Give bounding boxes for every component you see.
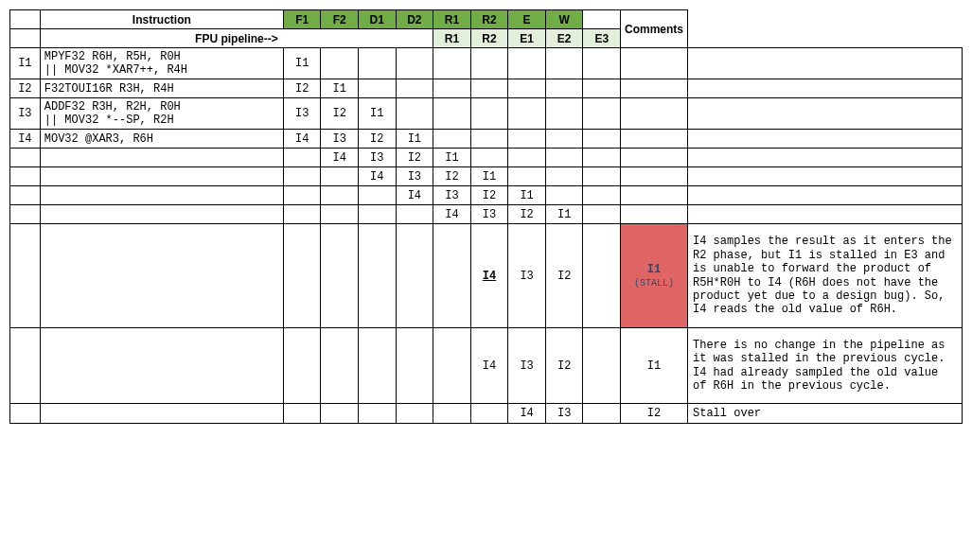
instruction-cell: MPYF32 R6H, R5H, R0H|| MOV32 *XAR7++, R4… [40, 48, 283, 79]
stage-cell [545, 167, 583, 186]
stage-cell: I4 [283, 130, 321, 149]
stage-cell [583, 205, 621, 224]
comment-cell [688, 205, 963, 224]
comment-cell [688, 149, 963, 167]
comment-cell: There is no change in the pipeline as it… [688, 328, 963, 404]
stage-cell: I3 [396, 167, 433, 186]
stage-cell [396, 404, 433, 424]
stage-cell [508, 149, 546, 167]
stage-cell: I3 [508, 224, 546, 328]
pipeline-table: InstructionF1F2D1D2R1R2EWCommentsFPU pip… [9, 9, 963, 424]
stage-cell [283, 186, 321, 205]
stage-cell: I2 [545, 328, 583, 404]
stage-cell: I3 [433, 186, 471, 205]
stage-cell: I1 [321, 79, 359, 98]
stage-cell [470, 79, 508, 98]
stage-cell [396, 224, 433, 328]
stage-cell [321, 224, 359, 328]
stage-cell [621, 149, 688, 167]
blank [583, 10, 621, 29]
header-stage-e: E [508, 10, 546, 29]
header-stage-w: W [545, 10, 583, 29]
stage-cell [396, 328, 433, 404]
stage-cell [621, 167, 688, 186]
stage-cell [321, 328, 359, 404]
stage-cell: I1 [396, 130, 433, 149]
stage-cell [545, 98, 583, 130]
stage-cell [321, 167, 359, 186]
stage-cell [433, 404, 471, 424]
stage-cell: I4 [433, 205, 471, 224]
stage-cell [359, 224, 397, 328]
stage-cell [283, 404, 321, 424]
header-stage-f2: F2 [321, 10, 359, 29]
header-stage-r1: R1 [433, 10, 471, 29]
instruction-cell: MOV32 @XAR3, R6H [40, 130, 283, 149]
stage-cell [396, 98, 433, 130]
stage-cell: I2 [359, 130, 397, 149]
row-id [10, 167, 41, 186]
instruction-cell [40, 224, 283, 328]
stage-cell [433, 79, 471, 98]
stage-cell [545, 130, 583, 149]
stage-cell [283, 224, 321, 328]
stage-cell: I1 [283, 48, 321, 79]
stage-cell: I2 [283, 79, 321, 98]
stage-cell: I2 [545, 224, 583, 328]
stage-cell [321, 205, 359, 224]
instruction-cell: ADDF32 R3H, R2H, R0H|| MOV32 *--SP, R2H [40, 98, 283, 130]
comment-cell [688, 167, 963, 186]
stage-cell: I1 [621, 328, 688, 404]
stage-cell: I3 [545, 404, 583, 424]
comment-cell [688, 48, 963, 79]
stage-cell: I1 [470, 167, 508, 186]
row-id [10, 224, 41, 328]
row-id: I3 [10, 98, 41, 130]
comment-cell [688, 130, 963, 149]
header-instruction: Instruction [40, 10, 283, 29]
stage-cell: I1 [359, 98, 397, 130]
header-stage-d1: D1 [359, 10, 397, 29]
comment-cell [688, 98, 963, 130]
stage-cell [621, 98, 688, 130]
stall-cell: I1(STALL) [621, 224, 688, 328]
instruction-cell [40, 149, 283, 167]
row-id [10, 205, 41, 224]
stage-cell [359, 205, 397, 224]
stage-cell [508, 79, 546, 98]
stage-cell [545, 79, 583, 98]
stage-cell: I4 [359, 167, 397, 186]
header-comments: Comments [621, 10, 688, 48]
stage-cell [321, 186, 359, 205]
stage-cell [359, 79, 397, 98]
instruction-cell [40, 328, 283, 404]
blank [10, 29, 41, 48]
stage-cell [359, 186, 397, 205]
stage-cell: I4 [321, 149, 359, 167]
instruction-cell: F32TOUI16R R3H, R4H [40, 79, 283, 98]
header-stage-d2: D2 [396, 10, 433, 29]
row-id: I4 [10, 130, 41, 149]
stage-cell: I4 [470, 224, 508, 328]
blank [10, 10, 41, 29]
stage-cell [470, 98, 508, 130]
stage-cell [621, 186, 688, 205]
stage-cell [583, 186, 621, 205]
stage-cell: I1 [545, 205, 583, 224]
row-id [10, 328, 41, 404]
stage-cell [396, 79, 433, 98]
stage-cell [359, 48, 397, 79]
stage-cell [433, 224, 471, 328]
header-stage-r2: R2 [470, 10, 508, 29]
stage-cell [508, 167, 546, 186]
instruction-cell [40, 404, 283, 424]
stage-cell [508, 130, 546, 149]
row-id [10, 186, 41, 205]
stage-cell [583, 98, 621, 130]
stage-cell [621, 79, 688, 98]
stage-cell: I3 [508, 328, 546, 404]
stage-cell [545, 186, 583, 205]
stage-cell [396, 205, 433, 224]
stage-cell: I3 [321, 130, 359, 149]
header-stage-f1: F1 [283, 10, 321, 29]
